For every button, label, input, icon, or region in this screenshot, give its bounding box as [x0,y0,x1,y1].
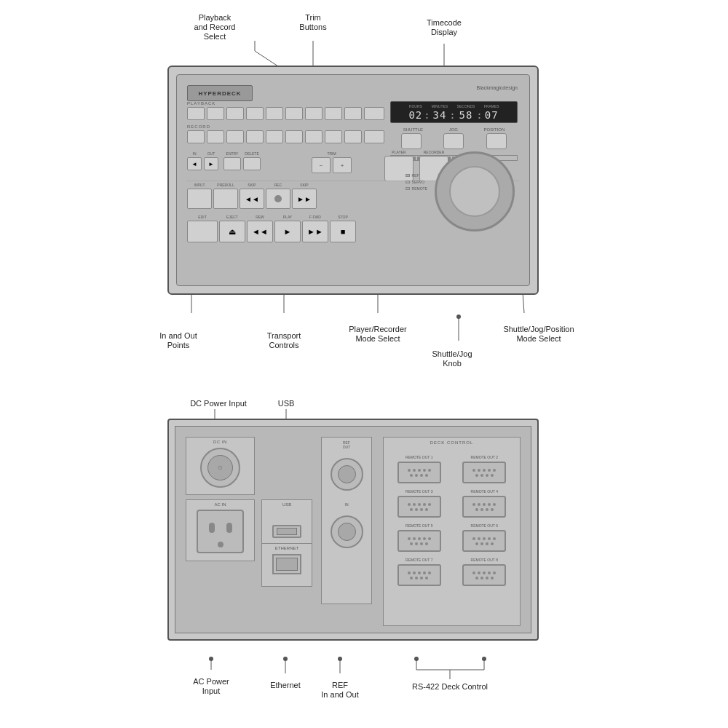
bottom-device: DC IN ⊙ AC IN [167,419,539,641]
db9-pin [428,571,431,574]
key-8[interactable] [325,107,342,120]
db9-pin [413,469,416,472]
delete-btn[interactable] [243,157,261,170]
key-3[interactable] [226,107,244,120]
position-btn[interactable] [486,133,507,149]
jog-wheel[interactable] [435,151,515,232]
ffwd-btn[interactable]: ►► [302,221,328,242]
rec-key-m[interactable] [364,130,384,143]
ann-knob-line1: Shuttle/Jog [432,349,472,358]
db9-4[interactable] [462,496,506,518]
eject-label: EJECT [219,215,245,219]
db9-1[interactable] [397,462,441,483]
entry-btn[interactable] [223,157,241,170]
position-label: POSITION [484,127,505,132]
key-5[interactable] [266,107,283,120]
rec-key-9[interactable] [344,130,362,143]
remote-out-8-label: REMOTE OUT 8 [471,558,498,562]
skip-fwd-btn[interactable]: ►► [292,189,317,209]
db9-pin [472,571,475,574]
rec-key-2[interactable] [207,130,224,143]
ann-transport-line1: Transport [267,331,301,340]
preroll-btn[interactable] [213,189,238,209]
db9-pin [488,503,491,506]
db9-pin [415,542,418,545]
servo-ind: SERVO [405,180,427,184]
remote-out-1-label: REMOTE OUT 1 [405,455,432,459]
db9-row1 [408,537,431,540]
shuttle-btn[interactable] [401,133,422,149]
db9-pin [483,537,486,540]
ann-playback-line3: Select [204,32,226,41]
tc-frames-group: FRAMES 07 [484,104,499,121]
db9-pin [408,469,411,472]
stop-btn[interactable]: ■ [330,221,356,242]
db9-3[interactable] [397,496,441,518]
rec-key-4[interactable] [246,130,264,143]
key-7[interactable] [305,107,323,120]
sjp-labels-row: SHUTTLE JOG POSITION [390,127,518,132]
db9-pin [420,508,423,511]
db9-pin [418,537,421,540]
trim-minus[interactable]: − [312,157,331,173]
db9-pin [472,469,475,472]
bottom-device-inner: DC IN ⊙ AC IN [175,426,531,633]
rec-key-1[interactable] [187,130,205,143]
in-btn[interactable]: ◄ [187,157,202,170]
db9-pin [428,469,431,472]
tc-frames-label: FRAMES [484,104,499,108]
ac-in-section: AC IN [186,499,255,561]
db9-8[interactable] [462,564,506,586]
skip-back-btn[interactable]: ◄◄ [240,189,264,209]
ann-ref-line1: REF [332,681,348,689]
key-9[interactable] [344,107,362,120]
db9-pin [493,537,496,540]
db9-pin [420,577,423,579]
out-btn[interactable]: ► [204,157,218,170]
db9-pin [425,474,428,477]
db9-2[interactable] [462,462,506,483]
key-6[interactable] [285,107,303,120]
db9-pin [413,571,416,574]
ethernet-slot [276,558,298,571]
ann-ref-line2: In and Out [321,690,358,699]
player-label: PLAYER [392,150,405,154]
rec-key-6[interactable] [285,130,303,143]
ethernet-section: ETHERNET [261,543,312,587]
db9-7[interactable] [397,564,441,586]
tc-seconds-group: SECONDS 58 [457,104,475,121]
db9-6[interactable] [462,530,506,552]
jog-btn[interactable] [443,133,464,149]
deck-port-1: REMOTE OUT 1 [389,455,449,483]
transport-bottom-labels: EDIT EJECT REW PLAY F FWD STOP [187,215,356,219]
key-1[interactable] [187,107,205,120]
remote-out-7-label: REMOTE OUT 7 [405,558,432,562]
rec-key-5[interactable] [266,130,283,143]
rec-key-8[interactable] [325,130,342,143]
edit-btn[interactable] [187,221,218,242]
input-btn[interactable] [187,189,212,209]
play-btn[interactable]: ► [274,221,301,242]
rec-btn[interactable] [266,189,290,209]
trim-plus[interactable]: + [333,157,352,173]
remote-out-5-label: REMOTE OUT 5 [405,523,432,528]
remote-dot [405,187,410,190]
key-m1[interactable] [364,107,384,120]
remote-out-3-label: REMOTE OUT 3 [405,489,432,494]
rew-btn[interactable]: ◄◄ [247,221,273,242]
rec-key-3[interactable] [226,130,244,143]
svg-point-33 [482,657,486,661]
remote-text: REMOTE [412,186,427,191]
db9-5[interactable] [397,530,441,552]
key-4[interactable] [246,107,264,120]
ref-indicators: REF SERVO REMOTE [405,173,427,191]
db9-pin [408,503,411,506]
db9-pin [493,469,496,472]
eject-btn[interactable]: ⏏ [219,221,245,242]
key-2[interactable] [207,107,224,120]
playback-row1 [187,107,384,120]
deck-ports-grid: REMOTE OUT 1 [384,449,520,592]
rec-key-7[interactable] [305,130,323,143]
db9-pin [423,503,426,506]
db9-pin [410,577,413,579]
